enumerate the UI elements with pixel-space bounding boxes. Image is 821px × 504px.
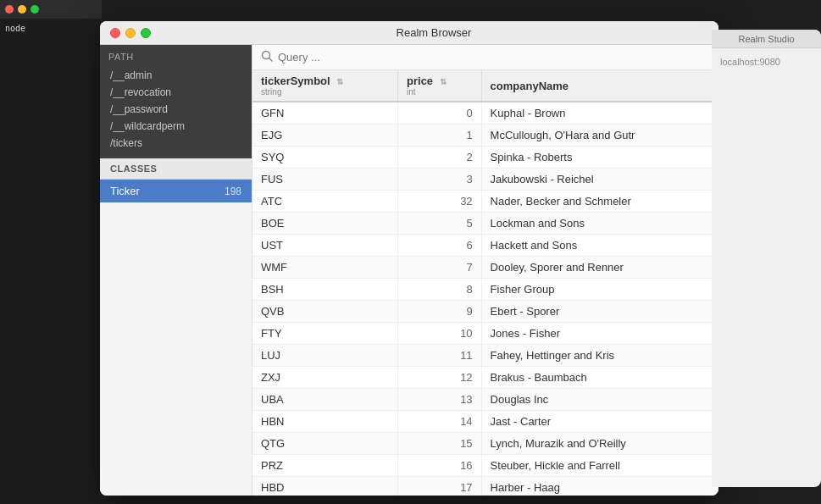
data-table-wrap[interactable]: tickerSymbol ⇅ string price ⇅ int compan… bbox=[252, 70, 718, 496]
terminal-window: node bbox=[0, 0, 102, 504]
cell-company: McCullough, O'Hara and Gutr bbox=[481, 125, 718, 147]
table-row[interactable]: PRZ 16 Steuber, Hickle and Farrell bbox=[252, 455, 718, 477]
sidebar: PATH /__admin /__revocation /__password … bbox=[100, 45, 252, 496]
table-row[interactable]: GFN 0 Kuphal - Brown bbox=[252, 102, 718, 125]
cell-company: Spinka - Roberts bbox=[481, 147, 718, 169]
terminal-line: node bbox=[5, 24, 25, 33]
cell-price: 6 bbox=[398, 235, 482, 257]
search-icon bbox=[261, 50, 273, 64]
cell-symbol: SYQ bbox=[252, 147, 398, 169]
cell-symbol: FTY bbox=[252, 323, 398, 345]
traffic-lights bbox=[110, 28, 151, 38]
cell-price: 11 bbox=[398, 345, 482, 367]
cell-symbol: QTG bbox=[252, 433, 398, 455]
cell-price: 14 bbox=[398, 411, 482, 433]
path-label: PATH bbox=[108, 52, 243, 62]
cell-price: 15 bbox=[398, 433, 482, 455]
cell-price: 0 bbox=[398, 102, 482, 125]
terminal-content: node bbox=[0, 19, 102, 39]
cell-price: 2 bbox=[398, 147, 482, 169]
cell-price: 7 bbox=[398, 257, 482, 279]
svg-line-1 bbox=[269, 58, 273, 62]
browser-body: PATH /__admin /__revocation /__password … bbox=[100, 45, 718, 496]
table-body: GFN 0 Kuphal - Brown EJG 1 McCullough, O… bbox=[252, 102, 718, 496]
realm-studio-overlay: Realm Studio localhost:9080 bbox=[712, 30, 821, 487]
path-password[interactable]: /__password bbox=[108, 101, 243, 118]
cell-price: 12 bbox=[398, 367, 482, 389]
table-row[interactable]: FTY 10 Jones - Fisher bbox=[252, 323, 718, 345]
cell-company: Fahey, Hettinger and Kris bbox=[481, 345, 718, 367]
realm-browser-window: Realm Browser PATH /__admin /__revocatio… bbox=[100, 21, 718, 496]
path-wildcardperm[interactable]: /__wildcardperm bbox=[108, 118, 243, 135]
cell-symbol: QVB bbox=[252, 301, 398, 323]
cell-symbol: GFN bbox=[252, 102, 398, 125]
cell-symbol: LUJ bbox=[252, 345, 398, 367]
cell-symbol: EJG bbox=[252, 125, 398, 147]
term-max-dot[interactable] bbox=[31, 5, 39, 14]
cell-symbol: ATC bbox=[252, 191, 398, 213]
path-panel: PATH /__admin /__revocation /__password … bbox=[100, 45, 252, 158]
table-row[interactable]: WMF 7 Dooley, Sporer and Renner bbox=[252, 257, 718, 279]
col-company-name[interactable]: companyName bbox=[481, 70, 718, 102]
path-admin[interactable]: /__admin bbox=[108, 67, 243, 84]
cell-company: Harber - Haag bbox=[481, 477, 718, 496]
sort-icon-price: ⇅ bbox=[440, 77, 447, 86]
cell-symbol: ZXJ bbox=[252, 367, 398, 389]
cell-company: Douglas Inc bbox=[481, 389, 718, 411]
table-row[interactable]: ATC 32 Nader, Becker and Schmeler bbox=[252, 191, 718, 213]
cell-company: Jones - Fisher bbox=[481, 323, 718, 345]
term-close-dot[interactable] bbox=[5, 5, 14, 14]
table-header-row: tickerSymbol ⇅ string price ⇅ int compan… bbox=[252, 70, 718, 102]
term-min-dot[interactable] bbox=[18, 5, 26, 14]
search-bar bbox=[252, 45, 718, 70]
class-name: Ticker bbox=[110, 185, 140, 197]
minimize-button[interactable] bbox=[125, 28, 136, 38]
cell-price: 8 bbox=[398, 279, 482, 301]
main-content: tickerSymbol ⇅ string price ⇅ int compan… bbox=[252, 45, 718, 496]
cell-company: Dooley, Sporer and Renner bbox=[481, 257, 718, 279]
close-button[interactable] bbox=[110, 28, 120, 38]
table-row[interactable]: BOE 5 Lockman and Sons bbox=[252, 213, 718, 235]
col-price[interactable]: price ⇅ int bbox=[398, 70, 482, 102]
cell-company: Lynch, Murazik and O'Reilly bbox=[481, 433, 718, 455]
maximize-button[interactable] bbox=[141, 28, 151, 38]
cell-price: 32 bbox=[398, 191, 482, 213]
cell-price: 17 bbox=[398, 477, 482, 496]
cell-price: 5 bbox=[398, 213, 482, 235]
table-row[interactable]: ZXJ 12 Brakus - Baumbach bbox=[252, 367, 718, 389]
cell-price: 10 bbox=[398, 323, 482, 345]
cell-company: Fisher Group bbox=[481, 279, 718, 301]
class-ticker[interactable]: Ticker 198 bbox=[100, 180, 252, 202]
table-row[interactable]: BSH 8 Fisher Group bbox=[252, 279, 718, 301]
cell-company: Kuphal - Brown bbox=[481, 102, 718, 125]
table-row[interactable]: LUJ 11 Fahey, Hettinger and Kris bbox=[252, 345, 718, 367]
class-count: 198 bbox=[225, 186, 241, 197]
table-row[interactable]: SYQ 2 Spinka - Roberts bbox=[252, 147, 718, 169]
cell-company: Jast - Carter bbox=[481, 411, 718, 433]
path-revocation[interactable]: /__revocation bbox=[108, 84, 243, 101]
table-row[interactable]: UST 6 Hackett and Sons bbox=[252, 235, 718, 257]
table-row[interactable]: HBN 14 Jast - Carter bbox=[252, 411, 718, 433]
window-title: Realm Browser bbox=[159, 26, 708, 39]
table-row[interactable]: FUS 3 Jakubowski - Reichel bbox=[252, 169, 718, 191]
cell-price: 9 bbox=[398, 301, 482, 323]
table-row[interactable]: QTG 15 Lynch, Murazik and O'Reilly bbox=[252, 433, 718, 455]
terminal-titlebar bbox=[0, 0, 102, 19]
cell-company: Lockman and Sons bbox=[481, 213, 718, 235]
cell-company: Ebert - Sporer bbox=[481, 301, 718, 323]
cell-company: Hackett and Sons bbox=[481, 235, 718, 257]
col-ticker-symbol[interactable]: tickerSymbol ⇅ string bbox=[252, 70, 398, 102]
table-row[interactable]: HBD 17 Harber - Haag bbox=[252, 477, 718, 496]
cell-company: Steuber, Hickle and Farrell bbox=[481, 455, 718, 477]
cell-price: 13 bbox=[398, 389, 482, 411]
cell-company: Nader, Becker and Schmeler bbox=[481, 191, 718, 213]
path-tickers[interactable]: /tickers bbox=[108, 135, 243, 152]
table-row[interactable]: UBA 13 Douglas Inc bbox=[252, 389, 718, 411]
cell-symbol: BSH bbox=[252, 279, 398, 301]
cell-price: 1 bbox=[398, 125, 482, 147]
cell-symbol: WMF bbox=[252, 257, 398, 279]
table-row[interactable]: QVB 9 Ebert - Sporer bbox=[252, 301, 718, 323]
classes-header: CLASSES bbox=[100, 158, 252, 180]
table-row[interactable]: EJG 1 McCullough, O'Hara and Gutr bbox=[252, 125, 718, 147]
search-input[interactable] bbox=[278, 51, 710, 64]
